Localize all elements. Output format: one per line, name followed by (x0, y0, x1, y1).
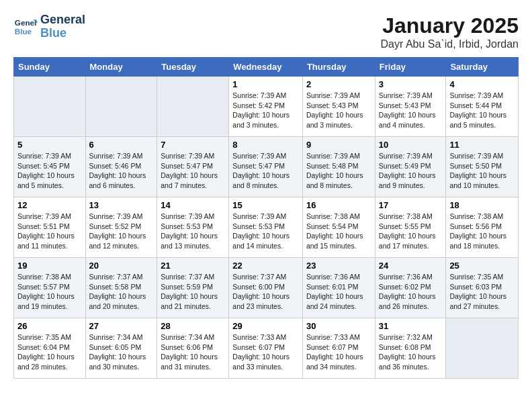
day-number: 22 (232, 261, 299, 271)
weekday-header: Friday (375, 58, 446, 77)
day-number: 7 (161, 140, 225, 150)
calendar-cell: 14Sunrise: 7:39 AM Sunset: 5:53 PM Dayli… (157, 197, 229, 258)
cell-details: Sunrise: 7:39 AM Sunset: 5:46 PM Dayligh… (89, 151, 154, 191)
weekday-header: Wednesday (229, 58, 303, 77)
calendar-cell: 21Sunrise: 7:37 AM Sunset: 5:59 PM Dayli… (157, 258, 229, 318)
location-title: Dayr Abu Sa`id, Irbid, Jordan (381, 38, 519, 50)
calendar-cell: 17Sunrise: 7:38 AM Sunset: 5:55 PM Dayli… (375, 197, 446, 258)
cell-details: Sunrise: 7:39 AM Sunset: 5:50 PM Dayligh… (449, 151, 515, 191)
day-number: 8 (232, 140, 299, 150)
calendar-week-row: 1Sunrise: 7:39 AM Sunset: 5:42 PM Daylig… (14, 77, 519, 137)
cell-details: Sunrise: 7:38 AM Sunset: 5:54 PM Dayligh… (306, 212, 371, 251)
calendar-cell: 8Sunrise: 7:39 AM Sunset: 5:47 PM Daylig… (229, 137, 303, 197)
weekday-header: Tuesday (157, 58, 229, 77)
weekday-header: Thursday (302, 58, 375, 77)
day-number: 30 (306, 321, 371, 331)
cell-details: Sunrise: 7:39 AM Sunset: 5:43 PM Dayligh… (379, 91, 443, 130)
day-number: 24 (379, 261, 443, 271)
calendar-cell: 20Sunrise: 7:37 AM Sunset: 5:58 PM Dayli… (85, 258, 157, 318)
day-number: 9 (306, 140, 371, 150)
calendar-cell: 15Sunrise: 7:39 AM Sunset: 5:53 PM Dayli… (229, 197, 303, 258)
day-number: 13 (89, 200, 154, 210)
day-number: 21 (161, 261, 225, 271)
day-number: 26 (17, 321, 82, 331)
day-number: 28 (161, 321, 225, 331)
calendar-cell (14, 77, 86, 137)
cell-details: Sunrise: 7:39 AM Sunset: 5:47 PM Dayligh… (161, 151, 225, 191)
day-number: 15 (232, 200, 299, 210)
calendar-cell: 10Sunrise: 7:39 AM Sunset: 5:49 PM Dayli… (375, 137, 446, 197)
cell-details: Sunrise: 7:37 AM Sunset: 6:00 PM Dayligh… (232, 272, 299, 312)
day-number: 11 (449, 140, 515, 150)
calendar-cell: 22Sunrise: 7:37 AM Sunset: 6:00 PM Dayli… (229, 258, 303, 318)
calendar-cell: 11Sunrise: 7:39 AM Sunset: 5:50 PM Dayli… (446, 137, 519, 197)
cell-details: Sunrise: 7:33 AM Sunset: 6:07 PM Dayligh… (232, 332, 299, 372)
calendar-cell: 7Sunrise: 7:39 AM Sunset: 5:47 PM Daylig… (157, 137, 229, 197)
cell-details: Sunrise: 7:39 AM Sunset: 5:53 PM Dayligh… (161, 212, 225, 251)
day-number: 27 (89, 321, 154, 331)
cell-details: Sunrise: 7:32 AM Sunset: 6:08 PM Dayligh… (379, 332, 443, 372)
cell-details: Sunrise: 7:39 AM Sunset: 5:47 PM Dayligh… (232, 151, 299, 191)
calendar-cell (446, 318, 519, 379)
cell-details: Sunrise: 7:36 AM Sunset: 6:01 PM Dayligh… (306, 272, 371, 312)
day-number: 5 (17, 140, 82, 150)
calendar-cell: 27Sunrise: 7:34 AM Sunset: 6:05 PM Dayli… (85, 318, 157, 379)
cell-details: Sunrise: 7:39 AM Sunset: 5:53 PM Dayligh… (232, 212, 299, 251)
calendar-cell: 6Sunrise: 7:39 AM Sunset: 5:46 PM Daylig… (85, 137, 157, 197)
calendar-cell: 13Sunrise: 7:39 AM Sunset: 5:52 PM Dayli… (85, 197, 157, 258)
day-number: 31 (379, 321, 443, 331)
day-number: 3 (379, 79, 443, 89)
page-header: General Blue General Blue January 2025 D… (13, 13, 519, 50)
calendar-cell: 5Sunrise: 7:39 AM Sunset: 5:45 PM Daylig… (14, 137, 86, 197)
calendar-week-row: 12Sunrise: 7:39 AM Sunset: 5:51 PM Dayli… (14, 197, 519, 258)
day-number: 25 (449, 261, 515, 271)
weekday-header: Sunday (14, 58, 86, 77)
day-number: 29 (232, 321, 299, 331)
cell-details: Sunrise: 7:36 AM Sunset: 6:02 PM Dayligh… (379, 272, 443, 312)
calendar-cell: 23Sunrise: 7:36 AM Sunset: 6:01 PM Dayli… (302, 258, 375, 318)
calendar-week-row: 5Sunrise: 7:39 AM Sunset: 5:45 PM Daylig… (14, 137, 519, 197)
cell-details: Sunrise: 7:33 AM Sunset: 6:07 PM Dayligh… (306, 332, 371, 372)
logo-icon: General Blue (13, 15, 38, 39)
calendar-cell: 25Sunrise: 7:35 AM Sunset: 6:03 PM Dayli… (446, 258, 519, 318)
day-number: 23 (306, 261, 371, 271)
weekday-header: Monday (85, 58, 157, 77)
calendar-cell: 9Sunrise: 7:39 AM Sunset: 5:48 PM Daylig… (302, 137, 375, 197)
calendar-week-row: 26Sunrise: 7:35 AM Sunset: 6:04 PM Dayli… (14, 318, 519, 379)
title-block: January 2025 Dayr Abu Sa`id, Irbid, Jord… (381, 13, 519, 50)
calendar-cell: 26Sunrise: 7:35 AM Sunset: 6:04 PM Dayli… (14, 318, 86, 379)
cell-details: Sunrise: 7:39 AM Sunset: 5:51 PM Dayligh… (17, 212, 82, 251)
day-number: 2 (306, 79, 371, 89)
cell-details: Sunrise: 7:39 AM Sunset: 5:43 PM Dayligh… (306, 91, 371, 130)
day-number: 18 (449, 200, 515, 210)
cell-details: Sunrise: 7:34 AM Sunset: 6:05 PM Dayligh… (89, 332, 154, 372)
calendar-cell: 3Sunrise: 7:39 AM Sunset: 5:43 PM Daylig… (375, 77, 446, 137)
calendar-cell: 30Sunrise: 7:33 AM Sunset: 6:07 PM Dayli… (302, 318, 375, 379)
cell-details: Sunrise: 7:37 AM Sunset: 5:59 PM Dayligh… (161, 272, 225, 312)
weekday-header: Saturday (446, 58, 519, 77)
day-number: 16 (306, 200, 371, 210)
calendar-cell (85, 77, 157, 137)
calendar-cell: 29Sunrise: 7:33 AM Sunset: 6:07 PM Dayli… (229, 318, 303, 379)
day-number: 20 (89, 261, 154, 271)
calendar-cell: 18Sunrise: 7:38 AM Sunset: 5:56 PM Dayli… (446, 197, 519, 258)
cell-details: Sunrise: 7:37 AM Sunset: 5:58 PM Dayligh… (89, 272, 154, 312)
calendar-cell: 28Sunrise: 7:34 AM Sunset: 6:06 PM Dayli… (157, 318, 229, 379)
cell-details: Sunrise: 7:39 AM Sunset: 5:52 PM Dayligh… (89, 212, 154, 251)
day-number: 14 (161, 200, 225, 210)
day-number: 1 (232, 79, 299, 89)
weekday-header-row: SundayMondayTuesdayWednesdayThursdayFrid… (14, 58, 519, 77)
day-number: 19 (17, 261, 82, 271)
calendar-cell: 19Sunrise: 7:38 AM Sunset: 5:57 PM Dayli… (14, 258, 86, 318)
calendar-table: SundayMondayTuesdayWednesdayThursdayFrid… (13, 57, 519, 379)
cell-details: Sunrise: 7:39 AM Sunset: 5:45 PM Dayligh… (17, 151, 82, 191)
calendar-cell: 16Sunrise: 7:38 AM Sunset: 5:54 PM Dayli… (302, 197, 375, 258)
cell-details: Sunrise: 7:39 AM Sunset: 5:42 PM Dayligh… (232, 91, 299, 130)
cell-details: Sunrise: 7:39 AM Sunset: 5:49 PM Dayligh… (379, 151, 443, 191)
day-number: 4 (449, 79, 515, 89)
calendar-cell: 4Sunrise: 7:39 AM Sunset: 5:44 PM Daylig… (446, 77, 519, 137)
cell-details: Sunrise: 7:39 AM Sunset: 5:48 PM Dayligh… (306, 151, 371, 191)
cell-details: Sunrise: 7:39 AM Sunset: 5:44 PM Dayligh… (449, 91, 515, 130)
calendar-week-row: 19Sunrise: 7:38 AM Sunset: 5:57 PM Dayli… (14, 258, 519, 318)
cell-details: Sunrise: 7:38 AM Sunset: 5:55 PM Dayligh… (379, 212, 443, 251)
